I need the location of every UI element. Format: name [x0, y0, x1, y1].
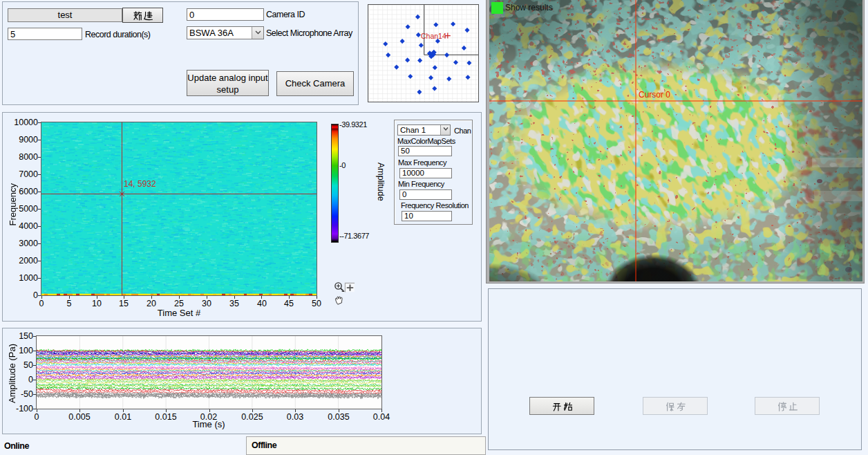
- svg-text:Chan14: Chan14: [421, 32, 446, 40]
- svg-text:Show results: Show results: [505, 3, 553, 12]
- svg-text:14, 5932: 14, 5932: [124, 179, 156, 189]
- svg-text:Cursor 0: Cursor 0: [639, 90, 670, 100]
